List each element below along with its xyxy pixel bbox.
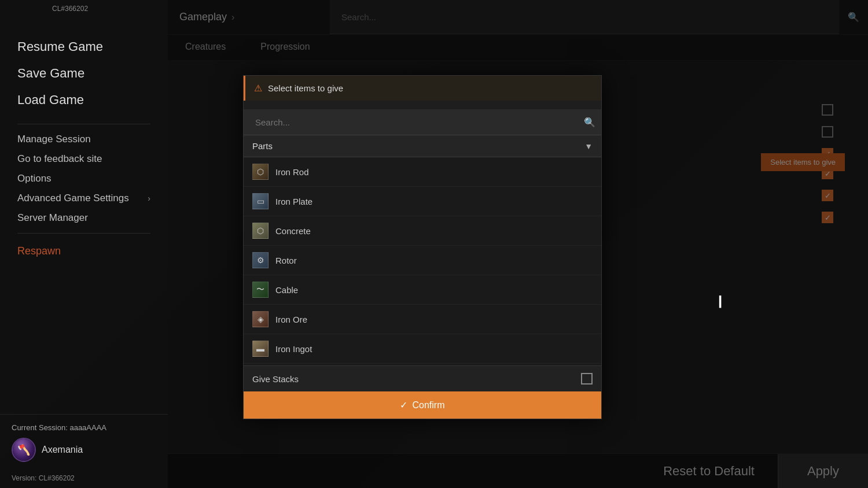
- iron-ore-label: Iron Ore: [275, 315, 307, 324]
- version-bottom-label: Version: CL#366202: [0, 474, 168, 488]
- iron-rod-label: Iron Rod: [275, 167, 309, 177]
- sidebar-item-feedback[interactable]: Go to feedback site: [17, 150, 150, 168]
- iron-ingot-label: Iron Ingot: [275, 344, 312, 354]
- iron-rod-icon: ⬡: [252, 164, 269, 180]
- give-stacks-row: Give Stacks: [244, 365, 601, 391]
- modal-dropdown[interactable]: Parts ▼: [244, 135, 601, 157]
- give-stacks-label: Give Stacks: [252, 374, 299, 384]
- rotor-icon: ⚙: [252, 252, 269, 268]
- sidebar-divider-1: [17, 124, 150, 124]
- list-item-rotor[interactable]: ⚙ Rotor: [244, 246, 601, 275]
- iron-plate-icon: ▭: [252, 193, 269, 209]
- avatar: 🪓: [12, 438, 36, 462]
- cable-label: Cable: [275, 285, 298, 295]
- chevron-right-icon: ›: [148, 194, 150, 203]
- modal-dropdown-label: Parts: [252, 141, 273, 151]
- sidebar-item-options[interactable]: Options: [17, 169, 150, 188]
- confirm-button[interactable]: ✓ Confirm: [244, 391, 601, 419]
- give-stacks-checkbox[interactable]: [581, 373, 593, 385]
- give-items-modal: ⚠ Select items to give 🔍 Parts ▼ ⬡ Iron …: [243, 75, 602, 419]
- sidebar-item-load-game[interactable]: Load Game: [17, 88, 150, 112]
- modal-search-input[interactable]: [249, 117, 584, 127]
- sidebar-item-respawn[interactable]: Respawn: [0, 239, 168, 263]
- user-info: 🪓 Axemania: [12, 438, 156, 462]
- give-items-banner: ⚠ Select items to give: [244, 76, 601, 101]
- list-item-cable[interactable]: 〜 Cable: [244, 275, 601, 305]
- warning-icon: ⚠: [254, 83, 262, 94]
- sidebar-item-resume-game[interactable]: Resume Game: [17, 35, 150, 59]
- sidebar-item-advanced-game-settings[interactable]: Advanced Game Settings ›: [17, 189, 150, 208]
- iron-ingot-icon: ▬: [252, 341, 269, 357]
- modal-search-icon: 🔍: [584, 117, 595, 128]
- sidebar-bottom: Current Session: aaaaAAAA 🪓 Axemania: [0, 414, 168, 471]
- list-item-iron-ingot[interactable]: ▬ Iron Ingot: [244, 334, 601, 364]
- sidebar-divider-2: [17, 233, 150, 234]
- sidebar-item-server-manager[interactable]: Server Manager: [17, 209, 150, 227]
- sidebar-item-manage-session[interactable]: Manage Session: [17, 130, 150, 149]
- list-item-concrete[interactable]: ⬡ Concrete: [244, 216, 601, 246]
- list-item-iron-rod[interactable]: ⬡ Iron Rod: [244, 157, 601, 187]
- username-label: Axemania: [42, 445, 83, 455]
- modal-overlay: ⚠ Select items to give 🔍 Parts ▼ ⬡ Iron …: [168, 0, 868, 488]
- rotor-label: Rotor: [275, 256, 297, 265]
- iron-plate-label: Iron Plate: [275, 197, 312, 206]
- list-item-iron-plate[interactable]: ▭ Iron Plate: [244, 187, 601, 216]
- confirm-check-icon: ✓: [400, 400, 407, 411]
- main-menu: Resume Game Save Game Load Game: [0, 23, 168, 118]
- avatar-inner: 🪓: [13, 439, 35, 461]
- modal-search-bar: 🔍: [244, 109, 601, 135]
- iron-ore-icon: ◈: [252, 311, 269, 327]
- list-item-iron-ore[interactable]: ◈ Iron Ore: [244, 305, 601, 334]
- secondary-menu: Manage Session Go to feedback site Optio…: [0, 130, 168, 227]
- cable-icon: 〜: [252, 282, 269, 298]
- concrete-icon: ⬡: [252, 223, 269, 239]
- concrete-label: Concrete: [275, 226, 311, 236]
- modal-item-list: ⬡ Iron Rod ▭ Iron Plate ⬡ Concrete ⚙ Rot…: [244, 157, 601, 365]
- list-item-reinforced-iron-plate[interactable]: ▣ Reinforced Iron Plate: [244, 364, 601, 365]
- sidebar: Resume Game Save Game Load Game Manage S…: [0, 0, 168, 488]
- confirm-label: Confirm: [412, 400, 444, 411]
- current-session-label: Current Session: aaaaAAAA: [12, 423, 156, 432]
- chevron-down-icon: ▼: [584, 142, 593, 151]
- version-top: CL#366202: [52, 5, 88, 13]
- sidebar-item-save-game[interactable]: Save Game: [17, 61, 150, 86]
- give-items-text: Select items to give: [268, 83, 343, 93]
